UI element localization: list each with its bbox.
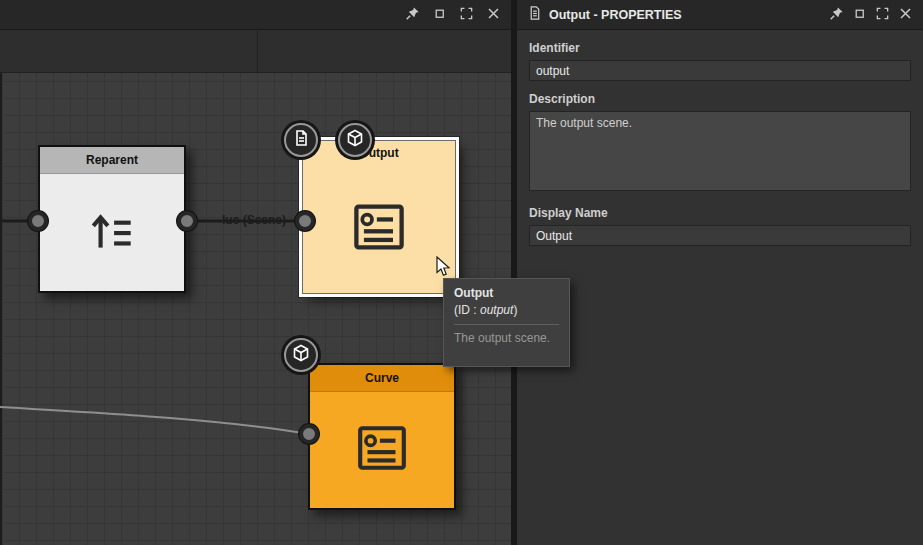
close-icon: [898, 6, 913, 24]
document-icon: [527, 5, 542, 25]
tooltip-description: The output scene.: [454, 331, 559, 347]
properties-panel: Output - PROPERTIES Identifier Descripti…: [517, 0, 923, 545]
input-port[interactable]: [28, 211, 48, 231]
dock-button[interactable]: [431, 7, 447, 23]
application-window: lue (Scene) Reparent Output: [0, 0, 923, 545]
maximize-icon: [459, 6, 474, 24]
node-editor-panel: lue (Scene) Reparent Output: [0, 0, 511, 545]
node-output[interactable]: Output: [302, 140, 456, 294]
pin-icon: [405, 6, 420, 24]
close-button[interactable]: [897, 7, 913, 23]
maximize-button[interactable]: [874, 7, 890, 23]
close-button[interactable]: [485, 7, 501, 23]
document-icon: [291, 128, 311, 152]
node-curve-title: Curve: [310, 365, 454, 392]
node-curve-body: [310, 392, 454, 508]
display-name-label: Display Name: [529, 206, 911, 220]
maximize-button[interactable]: [458, 7, 474, 23]
panel-title: Output - PROPERTIES: [549, 8, 682, 22]
properties-titlebar: Output - PROPERTIES: [517, 0, 923, 30]
dock-button[interactable]: [851, 7, 867, 23]
document-badge[interactable]: [284, 123, 318, 157]
identifier-input[interactable]: [529, 60, 911, 81]
identifier-label: Identifier: [529, 41, 911, 55]
tooltip-id: (ID : output): [454, 303, 559, 319]
node-reparent-body: [40, 174, 184, 291]
dock-icon: [432, 6, 447, 24]
list-icon: [355, 421, 409, 479]
node-output-title: Output: [303, 141, 455, 165]
pin-icon: [829, 6, 844, 24]
close-icon: [486, 6, 501, 24]
maximize-icon: [875, 6, 890, 24]
dock-icon: [852, 6, 867, 24]
node-curve[interactable]: Curve: [308, 363, 456, 510]
editor-toolbar-segment: [0, 30, 258, 72]
description-textarea[interactable]: The output scene.: [529, 111, 911, 191]
cube-icon: [291, 343, 311, 367]
output-port[interactable]: [177, 211, 197, 231]
display-name-input[interactable]: [529, 225, 911, 246]
node-output-body: [303, 165, 455, 293]
properties-form: Identifier Description The output scene.…: [517, 30, 923, 250]
tooltip-title: Output: [454, 286, 559, 302]
input-port[interactable]: [299, 424, 319, 444]
tooltip-divider: [454, 324, 559, 325]
node-reparent-title: Reparent: [40, 147, 184, 174]
editor-toolbar-strip: [0, 30, 511, 73]
node-editor-titlebar: [0, 0, 511, 30]
node-reparent[interactable]: Reparent: [38, 145, 186, 293]
cube-icon: [345, 128, 365, 152]
pin-button[interactable]: [828, 7, 844, 23]
pin-button[interactable]: [404, 7, 420, 23]
list-icon: [351, 199, 407, 259]
node-tooltip: Output (ID : output) The output scene.: [443, 278, 570, 367]
wire-label: lue (Scene): [222, 213, 286, 227]
cube-badge[interactable]: [338, 123, 372, 157]
description-label: Description: [529, 92, 911, 106]
input-port[interactable]: [295, 211, 315, 231]
cube-badge[interactable]: [284, 338, 318, 372]
reparent-icon: [85, 204, 139, 262]
